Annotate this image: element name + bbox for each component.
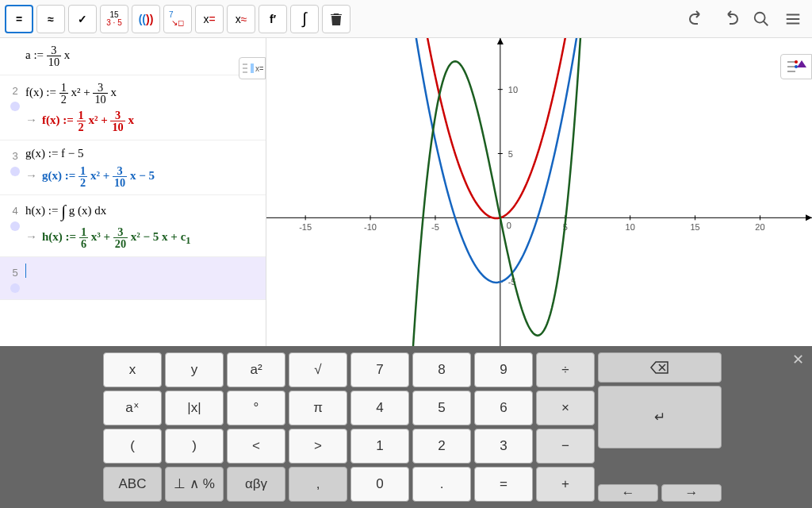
menu-button[interactable] — [779, 5, 807, 33]
key-⊥ ∧ %[interactable]: ⊥ ∧ % — [165, 467, 224, 502]
key-6[interactable]: 6 — [474, 391, 533, 425]
factor-button[interactable]: 153 · 5 — [100, 5, 128, 33]
top-toolbar: = ≈ ✓ 153 · 5 (( )) 7 ↘◻ x = x ≈ f′ ∫ — [0, 0, 812, 38]
key-αβγ[interactable]: αβγ — [227, 467, 285, 502]
key-1[interactable]: 1 — [350, 429, 409, 464]
visibility-toggle[interactable] — [10, 167, 20, 176]
key-backspace[interactable] — [598, 352, 722, 383]
key-7[interactable]: 7 — [350, 352, 409, 387]
svg-text:-15: -15 — [299, 222, 312, 232]
solve-button[interactable]: x = — [195, 5, 224, 33]
key-left[interactable]: ← — [598, 484, 658, 502]
key-9[interactable]: 9 — [474, 352, 533, 387]
key-)[interactable]: ) — [165, 429, 224, 464]
expand-button[interactable]: (( )) — [132, 5, 160, 33]
backspace-icon — [650, 361, 669, 374]
svg-rect-1 — [251, 64, 254, 73]
algebra-row[interactable]: a := 310 x — [0, 38, 266, 75]
algebra-row[interactable]: 4h(x) := ∫ g (x) dx→h(x) := 16 x³ + 320 … — [0, 195, 266, 257]
visibility-toggle[interactable] — [10, 102, 20, 111]
svg-point-27 — [795, 65, 798, 68]
key-=[interactable]: = — [474, 467, 533, 502]
key-°[interactable]: ° — [227, 391, 285, 426]
key-|x|[interactable]: |x| — [165, 391, 224, 426]
key-√[interactable]: √ — [289, 352, 347, 387]
svg-point-0 — [755, 12, 765, 22]
algebra-toggle-button[interactable]: x= — [239, 57, 266, 79]
svg-text:x=: x= — [255, 64, 263, 73]
key-−[interactable]: − — [536, 429, 595, 464]
key-π[interactable]: π — [289, 391, 347, 426]
svg-text:5: 5 — [508, 149, 513, 159]
derivative-button[interactable]: f′ — [259, 5, 287, 33]
key-3[interactable]: 3 — [474, 429, 533, 464]
keep-input-button[interactable]: ✓ — [68, 5, 97, 33]
key-×[interactable]: × — [536, 391, 595, 425]
key-ABC[interactable]: ABC — [103, 467, 162, 502]
svg-point-26 — [795, 60, 798, 64]
key-0[interactable]: 0 — [350, 467, 409, 502]
algebra-row[interactable]: 3g(x) := f − 5→g(x) := 12 x² + 310 x − 5 — [0, 140, 266, 196]
nsolve-button[interactable]: x ≈ — [227, 5, 255, 33]
search-button[interactable] — [747, 5, 776, 33]
graph-settings-button[interactable] — [780, 54, 812, 79]
visibility-toggle[interactable] — [10, 283, 20, 293]
algebra-row[interactable]: 2f(x) := 12 x² + 310 x→f(x) := 12 x² + 3… — [0, 75, 266, 140]
trash-icon — [330, 12, 343, 26]
svg-text:10: 10 — [508, 85, 518, 94]
key-a²[interactable]: a² — [227, 352, 285, 387]
svg-text:-10: -10 — [364, 222, 377, 232]
key->[interactable]: > — [289, 429, 347, 464]
key-x[interactable]: x — [103, 352, 162, 387]
algebra-row[interactable]: 5 — [0, 257, 266, 300]
graph-view[interactable]: -15-10-55101520-55100 — [266, 38, 812, 346]
redo-button[interactable] — [715, 5, 744, 33]
key-+[interactable]: + — [536, 467, 595, 502]
key-4[interactable]: 4 — [350, 391, 409, 425]
svg-text:20: 20 — [755, 222, 764, 232]
virtual-keyboard: ✕ xya²√aˣ|x|°π()<>ABC⊥ ∧ %αβγ, 789÷456×1… — [0, 346, 812, 508]
mode-approx-button[interactable]: ≈ — [36, 5, 65, 33]
key-8[interactable]: 8 — [412, 352, 471, 387]
key-.[interactable]: . — [412, 467, 471, 502]
key-([interactable]: ( — [103, 429, 162, 464]
integral-button[interactable]: ∫ — [290, 5, 319, 33]
key-y[interactable]: y — [165, 352, 224, 387]
undo-icon — [688, 10, 707, 29]
redo-icon — [720, 10, 739, 29]
settings-icon — [786, 59, 806, 75]
key-,[interactable]: , — [289, 467, 347, 502]
svg-text:-5: -5 — [431, 222, 439, 232]
key-enter[interactable]: ↵ — [598, 386, 722, 448]
menu-icon — [784, 10, 802, 28]
mode-exact-button[interactable]: = — [5, 5, 33, 33]
keyboard-close-button[interactable]: ✕ — [792, 351, 804, 368]
key-aˣ[interactable]: aˣ — [103, 391, 162, 426]
search-icon — [753, 10, 770, 28]
svg-text:15: 15 — [690, 222, 699, 232]
key-right[interactable]: → — [661, 484, 722, 502]
key-5[interactable]: 5 — [412, 391, 471, 425]
svg-text:10: 10 — [626, 222, 635, 232]
undo-button[interactable] — [684, 5, 712, 33]
algebra-panel: a := 310 x2f(x) := 12 x² + 310 x→f(x) :=… — [0, 38, 266, 346]
visibility-toggle[interactable] — [10, 221, 20, 231]
svg-text:0: 0 — [507, 221, 511, 230]
key-2[interactable]: 2 — [412, 429, 471, 464]
substitute-button[interactable]: 7 ↘◻ — [163, 5, 192, 33]
key-<[interactable]: < — [227, 429, 285, 464]
key-÷[interactable]: ÷ — [536, 352, 595, 387]
delete-button[interactable] — [322, 5, 350, 33]
